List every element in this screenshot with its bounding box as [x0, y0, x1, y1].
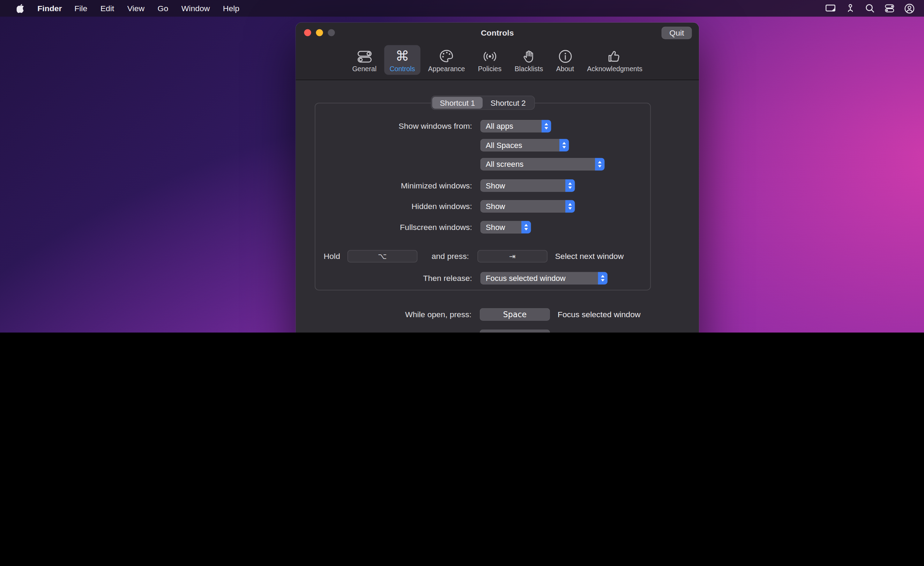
menu-file[interactable]: File — [68, 4, 93, 13]
broadcast-icon — [482, 48, 497, 64]
menu-bar-left: Finder File Edit View Go Window Help — [0, 3, 246, 13]
minimized-windows-row: Minimized windows: Show — [315, 179, 650, 192]
menu-edit[interactable]: Edit — [94, 4, 121, 13]
menu-go[interactable]: Go — [151, 4, 175, 13]
tab-appearance[interactable]: Appearance — [423, 45, 470, 75]
tab-acknowledgments[interactable]: Acknowledgments — [582, 45, 648, 75]
hold-and-press-row: Hold ⌥ and press: ⇥ Select next window — [315, 250, 650, 263]
menu-view[interactable]: View — [121, 4, 151, 13]
popup-chevrons-icon — [565, 200, 575, 213]
then-release-popup[interactable]: Focus selected window — [480, 272, 608, 285]
dongle-icon[interactable] — [846, 3, 855, 13]
active-app-menu[interactable]: Finder — [32, 4, 68, 13]
palette-icon — [439, 48, 454, 64]
popup-chevrons-icon — [595, 158, 604, 171]
toggles-icon — [357, 48, 372, 64]
minimized-popup[interactable]: Show — [480, 179, 575, 192]
hold-key-field[interactable]: ⌥ — [347, 250, 417, 263]
info-icon — [557, 48, 573, 64]
hidden-windows-row: Hidden windows: Show — [315, 200, 650, 213]
popup-chevrons-icon — [598, 272, 608, 285]
hidden-popup[interactable]: Show — [480, 200, 575, 213]
tab-shortcut-2[interactable]: Shortcut 2 — [483, 97, 534, 108]
tab-general[interactable]: General — [347, 45, 382, 75]
shortcut-group: Shortcut 1 Shortcut 2 Show windows from:… — [315, 103, 651, 290]
hand-icon — [521, 48, 536, 64]
while-open-row-space: While open, press: Space Focus selected … — [296, 308, 699, 321]
command-icon: ⌘ — [395, 48, 409, 64]
tab-controls[interactable]: ⌘ Controls — [384, 45, 420, 75]
fullscreen-popup[interactable]: Show — [480, 221, 531, 233]
key-space[interactable]: Space — [480, 308, 550, 321]
show-windows-from-row: Show windows from: All apps — [315, 120, 650, 133]
tab-about[interactable]: About — [550, 45, 579, 75]
alttab-preferences-window: Controls Quit General ⌘ Controls — [296, 23, 699, 333]
title-bar[interactable]: Controls Quit — [296, 23, 699, 43]
screen-mirroring-icon[interactable] — [826, 3, 836, 13]
controls-pane: Shortcut 1 Shortcut 2 Show windows from:… — [296, 80, 699, 333]
apple-logo — [17, 3, 24, 13]
popup-chevrons-icon — [542, 120, 551, 133]
then-release-row: Then release: Focus selected window — [315, 272, 650, 285]
press-key-field[interactable]: ⇥ — [477, 250, 548, 263]
key-shift[interactable]: ⇧ — [480, 329, 550, 333]
fullscreen-windows-row: Fullscreen windows: Show — [315, 221, 650, 233]
menu-bar-status-items — [826, 3, 924, 13]
tab-blacklists[interactable]: Blacklists — [509, 45, 548, 75]
menu-window[interactable]: Window — [175, 4, 216, 13]
screens-row: All screens — [315, 158, 650, 171]
menu-bar: Finder File Edit View Go Window Help — [0, 0, 924, 17]
quit-button[interactable]: Quit — [662, 27, 692, 39]
popup-chevrons-icon — [521, 221, 531, 233]
popup-chevrons-icon — [560, 139, 569, 152]
user-account-icon[interactable] — [904, 3, 915, 13]
tab-policies[interactable]: Policies — [472, 45, 507, 75]
menu-help[interactable]: Help — [216, 4, 246, 13]
spaces-row: All Spaces — [315, 139, 650, 152]
apps-popup[interactable]: All apps — [480, 120, 551, 133]
popup-chevrons-icon — [565, 179, 575, 192]
while-open-row-shift: ⇧ Select previous window — [296, 329, 699, 333]
spaces-popup[interactable]: All Spaces — [480, 139, 569, 152]
apple-menu[interactable] — [9, 3, 32, 13]
desktop: Finder File Edit View Go Window Help — [0, 0, 924, 333]
screens-popup[interactable]: All screens — [480, 158, 605, 171]
tab-shortcut-1[interactable]: Shortcut 1 — [432, 97, 483, 108]
control-center-icon[interactable] — [885, 3, 894, 13]
preferences-toolbar: General ⌘ Controls Appearance — [296, 43, 699, 80]
thumbs-up-icon — [607, 48, 622, 64]
window-title: Controls — [296, 23, 699, 43]
window-header: Controls Quit General ⌘ Controls — [296, 23, 699, 80]
shortcut-tabs: Shortcut 1 Shortcut 2 — [431, 96, 535, 110]
spotlight-search-icon[interactable] — [866, 3, 875, 13]
